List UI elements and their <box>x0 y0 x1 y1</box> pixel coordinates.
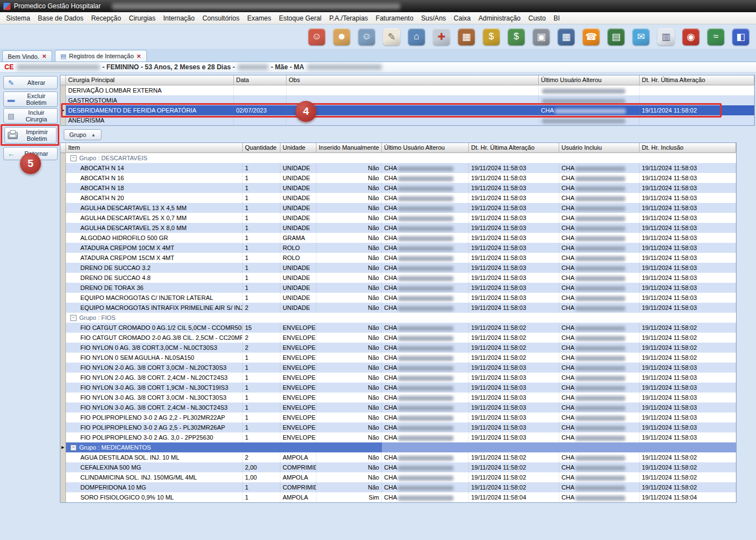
supplies-icon[interactable]: ▦ <box>458 28 475 45</box>
menu-item-sus-ans[interactable]: Sus/Ans <box>417 13 450 24</box>
item-row[interactable]: DRENO DE SUCCAO 3.21UNIDADENãoCHA19/11/2… <box>60 263 736 273</box>
menu-item-caixa[interactable]: Caixa <box>450 13 475 24</box>
patient-registration-icon[interactable]: ☺ <box>308 28 325 45</box>
surgery-row[interactable]: DERIVAÇÃO LOMBAR EXTERNA <box>60 85 754 95</box>
item-row[interactable]: FIO NYLON 2-0 AG. 3/8 CORT 3,0CM - NL20C… <box>60 363 736 373</box>
menu-item-faturamento[interactable]: Faturamento <box>372 13 417 24</box>
tab-bem-vindo[interactable]: Bem Vindo.✕ <box>2 50 52 62</box>
item-row[interactable]: CEFALEXINA 500 MG2,00COMPRIMIDNãoCHA19/1… <box>60 462 736 472</box>
bi-icon[interactable]: ◧ <box>732 28 749 45</box>
item-row[interactable]: FIO CATGUT CROMADO 2-0 AG.3/8 CIL. 2,5CM… <box>60 333 736 343</box>
item-row[interactable]: FIO NYLON 2-0 AG. 3/8 CORT. 2,4CM - NL20… <box>60 373 736 383</box>
column-header-cirurgia-principal[interactable]: Cirurgia Principal <box>66 75 234 85</box>
ambulance-icon[interactable]: ✚ <box>433 28 450 45</box>
ledger-icon[interactable]: ▤ <box>607 28 625 45</box>
collapse-icon[interactable]: − <box>70 445 76 451</box>
hospital-bed-icon[interactable]: ⌂ <box>408 28 425 45</box>
menu-item-internacao[interactable]: Internação <box>159 13 198 24</box>
item-row[interactable]: EQUIPO MACROGOTAS C/ INJETOR LATERAL1UNI… <box>60 293 736 303</box>
tab-registros-de-internacao[interactable]: ▤Registros de Internação✕ <box>55 50 147 62</box>
item-row[interactable]: FIO POLIPROPILENO 3-0 2 AG. 3,0 - 2PP256… <box>60 432 736 442</box>
power-icon[interactable]: ◉ <box>682 28 699 45</box>
item-row[interactable]: FIO NYLON 3-0 AG. 3/8 CORT 1,9CM - NL30C… <box>60 383 736 393</box>
column-header-ultimo-usuario-alterou[interactable]: Último Usuário Alterou <box>539 75 640 85</box>
vitals-chart-icon[interactable]: ≈ <box>707 28 724 45</box>
menu-item-sistema[interactable]: Sistema <box>2 13 34 24</box>
item-row[interactable]: ABOCATH N 181UNIDADENãoCHA19/11/2024 11:… <box>60 183 736 193</box>
item-row[interactable]: ABOCATH N 201UNIDADENãoCHA19/11/2024 11:… <box>60 193 736 203</box>
item-row[interactable]: EQUIPO MACROGOTAS INTRAFIX PRIMELINE AIR… <box>60 303 736 313</box>
calculator-icon[interactable]: ▦ <box>558 28 575 45</box>
item-row[interactable]: DRENO DE SUCCAO 4.81UNIDADENãoCHA19/11/2… <box>60 273 736 283</box>
excluir-boletim-button[interactable]: ▬Excluir Boletim <box>3 91 58 107</box>
collapse-icon[interactable]: − <box>70 315 76 321</box>
phone-icon[interactable]: ☎ <box>583 28 600 45</box>
column-header-quantidade[interactable]: Quantidade <box>243 143 280 152</box>
item-row[interactable]: ABOCATH N 141UNIDADENãoCHA19/11/2024 11:… <box>60 163 736 173</box>
tab-close-icon[interactable]: ✕ <box>42 53 47 59</box>
column-header-obs[interactable]: Obs <box>287 75 539 85</box>
collapse-icon[interactable]: − <box>70 155 76 161</box>
menu-item-estoque-geral[interactable]: Estoque Geral <box>275 13 325 24</box>
item-row[interactable]: ALGODAO HIDROFILO 500 GR1GRAMANãoCHA19/1… <box>60 233 736 243</box>
alterar-button[interactable]: ✎Alterar <box>3 76 58 89</box>
column-header-unidade[interactable]: Unidade <box>280 143 316 152</box>
column-header-indicator[interactable] <box>60 143 66 152</box>
patients-icon[interactable]: ☻ <box>333 28 350 45</box>
chat-icon[interactable]: ✉ <box>632 28 650 45</box>
item-row[interactable]: ABOCATH N 161UNIDADENãoCHA19/11/2024 11:… <box>60 173 736 183</box>
item-row[interactable]: AGULHA DESCARTAVEL 25 X 8,0 MM1UNIDADENã… <box>60 223 736 233</box>
menu-item-custo[interactable]: Custo <box>524 13 549 24</box>
menu-item-administracao[interactable]: Administração <box>474 13 524 24</box>
column-header-item[interactable]: Item <box>66 143 243 152</box>
item-row[interactable]: AGUA DESTILADA SOL. INJ. 10 ML2AMPOLANão… <box>60 452 736 462</box>
item-row[interactable]: FIO POLIPROPILENO 3-0 2 AG 2,5 - PL302MR… <box>60 422 736 432</box>
item-row[interactable]: AGULHA DESCARTAVEL 13 X 4,5 MM1UNIDADENã… <box>60 203 736 213</box>
column-header-indicator[interactable] <box>60 75 66 85</box>
item-row[interactable]: DRENO DE TORAX 361UNIDADENãoCHA19/11/202… <box>60 283 736 293</box>
item-row[interactable]: SORO FISIOLOGICO 0,9% 10 ML1AMPOLASimCHA… <box>60 492 736 502</box>
prescription-icon[interactable]: ✎ <box>383 28 400 45</box>
menu-item-consultorios[interactable]: Consultórios <box>198 13 243 24</box>
imprimir-boletim-button[interactable]: Imprimir Boletim <box>4 127 57 144</box>
item-row[interactable]: FIO NYLON 0 SEM AGULHA - NL0SA1501ENVELO… <box>60 353 736 363</box>
safe-icon[interactable]: ▣ <box>533 28 550 45</box>
incluir-cirurgia-button[interactable]: ▤Incluir Cirurgia <box>3 108 58 124</box>
item-row[interactable]: DOMPERIDONA 10 MG1COMPRIMIDNãoCHA19/11/2… <box>60 482 736 492</box>
finance-icon[interactable]: $ <box>508 28 525 45</box>
group-by-chip[interactable]: Grupo ▲ <box>64 129 101 140</box>
column-header-usuario-incluiu[interactable]: Usuário Incluiu <box>559 143 640 152</box>
group-row[interactable]: −Grupo : FIOS <box>60 313 736 323</box>
menu-item-bi[interactable]: BI <box>550 13 564 24</box>
item-row[interactable]: ATADURA CREPOM 10CM X 4MT1ROLONãoCHA19/1… <box>60 243 736 253</box>
column-header-dt-hr-ultima-alteracao[interactable]: Dt. Hr. Última Alteração <box>469 143 559 152</box>
item-row[interactable]: FIO CATGUT CROMADO 0 AG.1/2 CIL 5,0CM - … <box>60 323 736 333</box>
billing-icon[interactable]: $ <box>483 28 500 45</box>
menu-item-exames[interactable]: Exames <box>243 13 275 24</box>
item-row[interactable]: FIO POLIPROPILENO 3-0 2 AG 2,2 - PL302MR… <box>60 412 736 422</box>
item-row[interactable]: ATADURA CREPOM 15CM X 4MT1ROLONãoCHA19/1… <box>60 253 736 263</box>
surgery-row[interactable]: GASTROSTOMIA <box>60 95 754 105</box>
tab-close-icon[interactable]: ✕ <box>136 53 141 59</box>
quantity-cell: 1 <box>243 173 280 183</box>
doctor-icon[interactable]: ☺ <box>358 28 375 45</box>
item-row[interactable]: CLINDAMICINA SOL. INJ. 150MG/ML 4ML1,00A… <box>60 472 736 482</box>
column-header-dt-hr-ultima-alteracao[interactable]: Dt. Hr. Última Alteração <box>640 75 754 85</box>
menu-item-cirurgias[interactable]: Cirurgias <box>125 13 159 24</box>
group-row[interactable]: ▶−Grupo : MEDICAMENTOS <box>60 442 736 452</box>
item-row[interactable]: FIO NYLON 0 AG. 3/8 CORT.3,0CM - NL0CT30… <box>60 343 736 353</box>
column-header-ultimo-usuario-alterou[interactable]: Último Usuário Alterou <box>382 143 469 152</box>
surgery-row[interactable]: ANEURISMA <box>60 115 754 125</box>
column-header-data[interactable]: Data <box>234 75 287 85</box>
menu-item-base-de-dados[interactable]: Base de Dados <box>34 13 87 24</box>
column-header-inserido-manualmente[interactable]: Inserido Manualmente <box>316 143 382 152</box>
menu-item-recepcao[interactable]: Recepção <box>87 13 125 24</box>
report-icon[interactable]: ▥ <box>657 28 675 45</box>
item-row[interactable]: FIO NYLON 3-0 AG. 3/8 CORT. 2,4CM - NL30… <box>60 403 736 412</box>
column-header-dt-hr-inclusao[interactable]: Dt. Hr. Inclusão <box>640 143 736 152</box>
menu-item-p-a-terapias[interactable]: P.A./Terapias <box>325 13 372 24</box>
item-row[interactable]: FIO NYLON 3-0 AG. 3/8 CORT 3,0CM - NL30C… <box>60 393 736 403</box>
item-row[interactable]: AGULHA DESCARTAVEL 25 X 0,7 MM1UNIDADENã… <box>60 213 736 223</box>
surgery-row[interactable]: ▶DESBRIDAMENTO DE FERIDA OPERATÓRIA02/07… <box>60 105 754 115</box>
group-row[interactable]: −Grupo : DESCARTAVEIS <box>60 153 736 163</box>
